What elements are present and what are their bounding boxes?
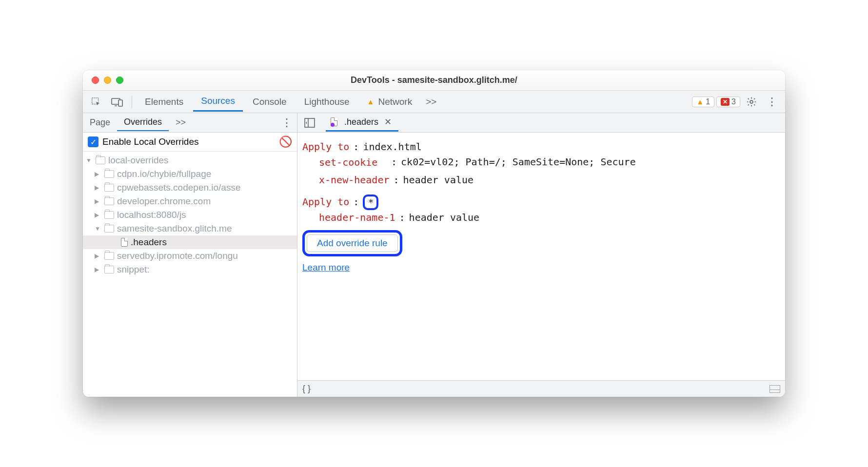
add-override-rule-button[interactable]: Add override rule [307,234,398,252]
navigator-tabs: Page Overrides >> ⋮ [83,113,297,133]
header-row: header-name-1: header value [319,210,776,225]
folder-icon [104,170,114,178]
collapse-navigator-icon[interactable] [301,117,318,129]
tree-item-label: snippet: [117,264,150,275]
expand-arrow-icon: ▶ [95,266,101,273]
toggle-drawer-icon[interactable] [769,385,780,393]
folder-icon [96,156,105,164]
svg-rect-2 [118,100,122,106]
headers-editor[interactable]: Apply to: index.html set-cookie : ck02=v… [297,133,785,380]
tree-file-headers[interactable]: .headers [83,235,297,249]
window-title: DevTools - samesite-sandbox.glitch.me/ [83,75,785,85]
clear-overrides-icon[interactable]: 🚫 [279,136,292,148]
tree-item-expanded[interactable]: ▼samesite-sandbox.glitch.me [83,222,297,235]
expand-arrow-icon: ▶ [95,212,101,218]
tab-sources[interactable]: Sources [193,92,243,112]
warning-icon: ▲ [367,97,375,106]
header-name[interactable]: header-name-1 [319,210,395,225]
tree-item-label: servedby.ipromote.com/longu [117,251,238,261]
folder-icon [104,184,114,192]
tree-item-label: developer.chrome.com [117,196,211,207]
header-name[interactable]: x-new-header [319,173,390,188]
pretty-print-icon[interactable]: { } [302,384,311,394]
tree-item[interactable]: ▶snippet: [83,263,297,276]
expand-arrow-icon: ▶ [95,184,101,191]
expand-arrow-icon: ▼ [86,157,93,164]
toolbar-separator [132,96,132,108]
apply-to-label: Apply to [302,195,349,210]
enable-local-overrides-checkbox[interactable]: ✓ [88,136,99,147]
devtools-window: DevTools - samesite-sandbox.glitch.me/ E… [83,70,785,397]
folder-icon [104,225,114,233]
tab-console[interactable]: Console [245,93,295,111]
header-value[interactable]: header value [409,210,480,225]
add-override-highlight: Add override rule [302,230,402,256]
error-square-icon: ✕ [721,98,730,106]
tree-item[interactable]: ▶cdpn.io/chybie/fullpage [83,167,297,181]
folder-icon [104,197,114,205]
tree-item[interactable]: ▶developer.chrome.com [83,195,297,208]
svg-point-3 [750,100,753,103]
titlebar: DevTools - samesite-sandbox.glitch.me/ [83,70,785,91]
apply-to-value[interactable]: index.html [363,139,421,155]
tree-item-label: localhost:8080/js [117,210,186,220]
tree-item-label: samesite-sandbox.glitch.me [117,223,232,234]
main-toolbar: Elements Sources Console Lighthouse ▲ Ne… [83,91,785,113]
header-row: set-cookie : ck02=vl02; Path=/; SameSite… [319,155,776,170]
warning-triangle-icon: ▲ [696,97,704,106]
overrides-tree: ▼ local-overrides ▶cdpn.io/chybie/fullpa… [83,152,297,397]
header-value[interactable]: header value [403,173,474,188]
subtab-overrides[interactable]: Overrides [117,114,169,131]
expand-arrow-icon: ▶ [95,171,101,177]
editor-tabbar: .headers ✕ [297,113,785,133]
navigator-pane: Page Overrides >> ⋮ ✓ Enable Local Overr… [83,113,297,397]
editor-pane: .headers ✕ Apply to: index.html set-cook… [297,113,785,397]
expand-arrow-icon: ▼ [95,225,101,232]
header-value[interactable]: ck02=vl02; Path=/; SameSite=None; Secure [401,155,636,170]
tree-item-label: cdpn.io/chybie/fullpage [117,169,211,179]
folder-icon [104,266,114,273]
tabs-overflow[interactable]: >> [422,93,440,111]
modified-dot-icon [331,123,335,127]
settings-gear-icon[interactable] [742,95,761,109]
close-tab-icon[interactable]: ✕ [382,117,394,127]
subtab-page[interactable]: Page [83,115,117,131]
apply-to-label: Apply to [302,139,349,155]
editor-statusbar: { } [297,380,785,397]
folder-icon [104,252,114,260]
editor-tab-filename: .headers [344,117,378,127]
apply-to-row: Apply to: * [302,195,776,210]
learn-more-link[interactable]: Learn more [302,260,350,274]
tree-root[interactable]: ▼ local-overrides [83,154,297,167]
enable-local-overrides-label: Enable Local Overrides [102,136,199,147]
errors-count: 3 [731,97,736,106]
inspect-element-icon[interactable] [87,95,105,109]
errors-badge[interactable]: ✕ 3 [716,97,740,107]
editor-tab-headers[interactable]: .headers ✕ [326,114,398,132]
tree-item[interactable]: ▶localhost:8080/js [83,208,297,222]
device-toolbar-icon[interactable] [107,95,127,109]
tab-elements[interactable]: Elements [137,93,191,111]
file-icon [121,238,128,247]
header-row: x-new-header: header value [319,173,776,188]
tree-item[interactable]: ▶cpwebassets.codepen.io/asse [83,181,297,195]
apply-to-value[interactable]: * [368,196,374,208]
tab-lighthouse[interactable]: Lighthouse [296,93,357,111]
tab-network[interactable]: ▲ Network [359,93,420,111]
navigator-more-menu[interactable]: ⋮ [276,115,297,131]
panel-body: Page Overrides >> ⋮ ✓ Enable Local Overr… [83,113,785,397]
subtabs-overflow[interactable]: >> [169,115,193,131]
warnings-count: 1 [706,97,710,106]
tree-root-label: local-overrides [108,155,169,166]
tree-file-label: .headers [131,237,167,248]
folder-icon [104,211,114,219]
expand-arrow-icon: ▶ [95,198,101,205]
header-name[interactable]: set-cookie [319,156,387,168]
expand-arrow-icon: ▶ [95,253,101,259]
tree-item[interactable]: ▶servedby.ipromote.com/longu [83,249,297,263]
tab-network-label: Network [378,97,412,107]
more-menu-icon[interactable]: ⋮ [763,94,781,110]
warnings-badge[interactable]: ▲ 1 [692,97,714,107]
tree-item-label: cpwebassets.codepen.io/asse [117,182,241,193]
apply-to-wildcard-highlight: * [363,195,378,210]
